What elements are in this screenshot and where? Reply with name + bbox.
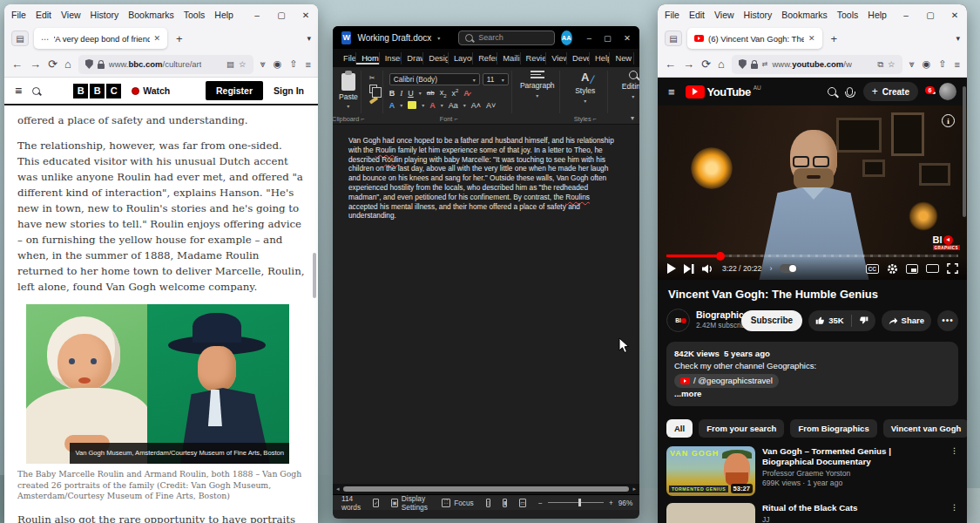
menu-item[interactable]: Edit <box>36 10 51 20</box>
share-button[interactable]: Share <box>882 310 931 331</box>
dislike-button[interactable] <box>852 316 875 325</box>
tab-close-icon[interactable]: ✕ <box>154 34 161 43</box>
minimize-button[interactable]: – <box>252 10 262 20</box>
menu-item[interactable]: Help <box>868 10 887 20</box>
menu-item[interactable]: Edit <box>689 10 705 20</box>
lock-icon[interactable] <box>751 64 758 69</box>
url-bar[interactable]: www.bbc.com/culture/art ▤ ☆ <box>78 55 253 74</box>
clear-formatting-button[interactable]: A̷ <box>463 89 470 98</box>
sign-in-button[interactable]: Sign In <box>274 85 304 96</box>
filter-chip[interactable]: From Biographics <box>790 419 876 438</box>
sidebar-icon[interactable]: ⇧ <box>289 58 297 70</box>
menu-item[interactable]: History <box>91 10 119 20</box>
scroll-left-arrow[interactable]: ◂ <box>336 486 340 492</box>
volume-button[interactable] <box>702 264 714 274</box>
close-button[interactable]: ✕ <box>624 33 631 43</box>
next-button[interactable] <box>684 264 694 274</box>
bookmark-star-icon[interactable]: ☆ <box>888 59 896 69</box>
new-tab-button[interactable]: + <box>828 32 841 45</box>
ribbon-tab[interactable]: Insert <box>380 52 402 65</box>
text-effects-button[interactable]: A <box>389 101 395 110</box>
reload-button[interactable]: ⟳ <box>701 58 711 70</box>
menu-item[interactable]: File <box>665 10 679 20</box>
menu-item[interactable]: View <box>61 10 81 20</box>
browser-tab[interactable]: (6) Vincent Van Gogh: The Hum ✕ <box>687 28 822 49</box>
video-title[interactable]: Ritual of the Black Cats <box>762 503 943 513</box>
url-bar[interactable]: ⇄ www.youtube.com/w ⧉ ☆ <box>732 55 902 74</box>
web-layout-icon[interactable]: ▭ <box>519 499 526 507</box>
filter-chip[interactable]: From your search <box>699 419 784 438</box>
tab-list-chevron-icon[interactable]: ▾ <box>956 34 960 43</box>
ribbon-tab[interactable]: New T <box>610 52 634 65</box>
filter-chip[interactable]: All <box>666 419 693 438</box>
forward-button[interactable]: → <box>683 58 694 70</box>
translate-icon[interactable]: ⇄ <box>762 60 768 68</box>
channel-handle-link[interactable]: / @geographicstravel <box>674 374 779 388</box>
zoom-control[interactable]: − + 96% <box>538 499 632 507</box>
more-actions-button[interactable]: ••• <box>937 310 958 331</box>
home-button[interactable]: ⌂ <box>718 58 725 70</box>
maximize-button[interactable]: ▢ <box>276 10 287 20</box>
word-search-box[interactable]: Search <box>458 31 555 45</box>
tab-list-chevron-icon[interactable]: ▾ <box>307 34 311 43</box>
minimize-button[interactable]: – <box>901 10 911 20</box>
ribbon-tab[interactable]: Refere <box>473 52 497 65</box>
document-canvas[interactable]: Van Gogh had once hoped to be a father a… <box>333 125 639 484</box>
play-button[interactable] <box>666 263 676 274</box>
copy-icon[interactable] <box>369 85 377 93</box>
font-color-button[interactable]: A <box>429 101 436 110</box>
strikethrough-button[interactable]: ab <box>427 89 435 97</box>
create-button[interactable]: +Create <box>863 82 918 101</box>
youtube-logo[interactable]: YouTube AU <box>686 85 761 98</box>
video-channel[interactable]: Professor Graeme Yorston <box>762 469 943 479</box>
sidebar-icon[interactable]: ⇧ <box>938 58 946 70</box>
menu-item[interactable]: Bookmarks <box>781 10 828 20</box>
reload-button[interactable]: ⟳ <box>48 58 57 70</box>
menu-item[interactable]: Help <box>214 10 233 20</box>
ribbon-tab[interactable]: Mailin <box>497 52 520 65</box>
zoom-out-button[interactable]: − <box>538 499 543 507</box>
ribbon-tab[interactable]: Draw <box>402 52 423 65</box>
home-button[interactable]: ⌂ <box>64 58 71 70</box>
font-name-select[interactable]: Calibri (Body)▾ <box>389 73 480 85</box>
shrink-font-button[interactable]: A˅ <box>486 101 496 110</box>
pocket-icon[interactable]: ⩔ <box>260 58 266 70</box>
video-channel[interactable]: JJ <box>762 515 943 523</box>
menu-item[interactable]: Tools <box>184 10 206 20</box>
bold-button[interactable]: B <box>389 89 395 98</box>
subscribe-button[interactable]: Subscribe <box>741 310 802 331</box>
back-button[interactable]: ← <box>665 58 676 70</box>
menu-item[interactable]: History <box>744 10 773 20</box>
paste-button[interactable]: Paste▾ <box>339 71 358 109</box>
scrollbar-thumb[interactable] <box>343 486 630 492</box>
pocket-icon[interactable]: ⩔ <box>909 58 915 70</box>
subscript-button[interactable]: x2 <box>440 88 447 98</box>
collapse-ribbon-chevron[interactable]: ▾ <box>631 114 634 122</box>
suggested-video[interactable]: VAN GOGH TORMENTED GENIUS 53:27 Van Gogh… <box>658 443 967 499</box>
ribbon-tab[interactable]: Devel <box>567 52 590 65</box>
bbc-search-icon[interactable] <box>32 87 40 95</box>
grow-font-button[interactable]: A˄ <box>471 101 481 110</box>
scrollbar-thumb[interactable] <box>963 86 966 217</box>
video-menu-icon[interactable]: ⋮ <box>950 446 958 496</box>
youtube-search-icon[interactable] <box>828 87 836 96</box>
italic-button[interactable]: I <box>400 89 402 98</box>
editing-button[interactable]: Editing▾ <box>614 71 639 99</box>
channel-avatar[interactable]: BI <box>666 309 690 332</box>
ribbon-tab[interactable]: Home <box>356 52 380 65</box>
scrollbar-thumb[interactable] <box>313 253 316 298</box>
app-menu-icon[interactable]: ≡ <box>306 59 311 70</box>
menu-item[interactable]: View <box>714 10 734 20</box>
ribbon-tab[interactable]: View <box>546 52 567 65</box>
youtube-menu-icon[interactable]: ≡ <box>668 85 675 98</box>
bbc-menu-icon[interactable]: ≡ <box>15 84 22 98</box>
miniplayer-button[interactable] <box>906 264 918 274</box>
zoom-level[interactable]: 96% <box>618 499 633 507</box>
account-icon[interactable]: ◉ <box>923 58 931 70</box>
close-button[interactable]: ✕ <box>301 10 311 20</box>
format-painter-icon[interactable] <box>369 96 378 104</box>
captions-button[interactable]: CC <box>866 264 879 274</box>
tracking-shield-icon[interactable] <box>739 59 747 69</box>
back-button[interactable]: ← <box>11 58 23 70</box>
ribbon-tab[interactable]: Help <box>590 52 610 65</box>
